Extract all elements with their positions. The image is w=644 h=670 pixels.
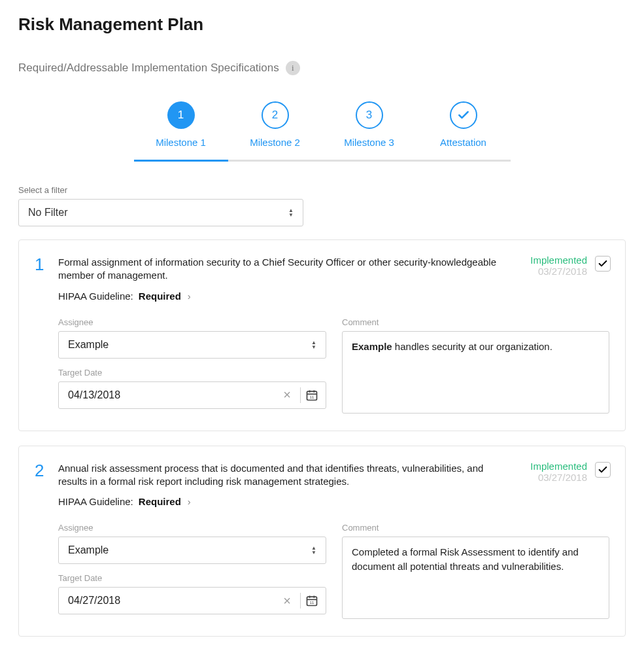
calendar-icon[interactable]: 11 [305,593,319,608]
comment-bold: Example [352,341,392,352]
guideline-value: Required [139,496,181,507]
guideline-value: Required [139,291,181,302]
separator [300,593,301,608]
comment-label: Comment [342,523,609,533]
filter-block: Select a filter No Filter ▲▼ [18,185,626,226]
step-label: Attestation [440,137,486,148]
step-circle: 1 [167,101,195,129]
item-description: Formal assignment of information securit… [58,256,509,283]
step-label: Milestone 1 [156,137,206,148]
item-description: Annual risk assessment process that is d… [58,462,509,489]
status-label: Implemented [530,255,587,266]
filter-value: No Filter [28,207,67,219]
step-milestone-3[interactable]: 3 Milestone 3 [322,101,416,148]
comment-textarea[interactable]: Example handles security at our organiza… [342,331,609,414]
comment-text: Completed a formal Risk Assessment to id… [352,546,579,572]
status-block: Implemented 03/27/2018 [530,255,611,277]
step-label: Milestone 3 [344,137,394,148]
guideline-label: HIPAA Guideline: [58,496,133,507]
status-block: Implemented 03/27/2018 [530,461,611,483]
item-number: 2 [35,462,48,479]
sort-icon: ▲▼ [288,208,294,217]
calendar-icon[interactable]: 11 [305,388,319,402]
assignee-select[interactable]: Example ▲▼ [58,331,326,359]
risk-item-card: Implemented 03/27/2018 2 Annual risk ass… [18,446,626,637]
step-circle: 3 [356,101,383,129]
step-label: Milestone 2 [250,137,300,148]
check-icon [450,101,477,129]
comment-label: Comment [342,317,609,327]
filter-select[interactable]: No Filter ▲▼ [18,199,303,226]
sort-icon: ▲▼ [311,340,316,349]
subtitle-row: Required/Addressable Implementation Spec… [18,61,626,75]
assignee-select[interactable]: Example ▲▼ [58,537,326,564]
page-title: Risk Management Plan [18,14,626,35]
target-date-field[interactable]: 04/13/2018 × 11 [58,381,326,409]
step-attestation[interactable]: Attestation [416,101,511,148]
sort-icon: ▲▼ [311,546,316,555]
target-date-label: Target Date [58,368,326,378]
target-date-value: 04/13/2018 [68,389,278,401]
clear-icon[interactable]: × [278,593,296,608]
comment-textarea[interactable]: Completed a formal Risk Assessment to id… [342,537,609,619]
implemented-checkbox[interactable] [595,256,611,272]
subtitle: Required/Addressable Implementation Spec… [18,62,279,75]
chevron-right-icon: › [188,496,191,507]
status-label: Implemented [530,461,587,472]
target-date-label: Target Date [58,573,326,583]
stepper: 1 Milestone 1 2 Milestone 2 3 Milestone … [134,101,511,162]
svg-text:11: 11 [310,395,314,399]
assignee-label: Assignee [58,317,326,327]
guideline-row[interactable]: HIPAA Guideline: Required › [58,291,609,302]
chevron-right-icon: › [188,291,191,302]
step-milestone-1[interactable]: 1 Milestone 1 [134,101,228,148]
target-date-field[interactable]: 04/27/2018 × 11 [58,587,326,614]
svg-text:11: 11 [310,601,314,605]
target-date-value: 04/27/2018 [68,595,278,607]
assignee-value: Example [68,339,109,351]
status-date: 03/27/2018 [530,472,587,483]
stepper-progress [134,160,511,162]
implemented-checkbox[interactable] [595,462,611,478]
clear-icon[interactable]: × [278,387,296,402]
filter-label: Select a filter [18,185,626,195]
item-number: 1 [35,256,48,273]
guideline-row[interactable]: HIPAA Guideline: Required › [58,496,609,507]
step-milestone-2[interactable]: 2 Milestone 2 [228,101,322,148]
comment-text: handles security at our organization. [392,341,552,352]
guideline-label: HIPAA Guideline: [58,291,133,302]
assignee-value: Example [68,544,109,556]
step-circle: 2 [262,101,289,129]
risk-item-card: Implemented 03/27/2018 1 Formal assignme… [18,239,626,431]
separator [300,387,301,403]
status-date: 03/27/2018 [530,266,587,277]
assignee-label: Assignee [58,523,326,533]
info-icon[interactable]: i [286,61,300,75]
